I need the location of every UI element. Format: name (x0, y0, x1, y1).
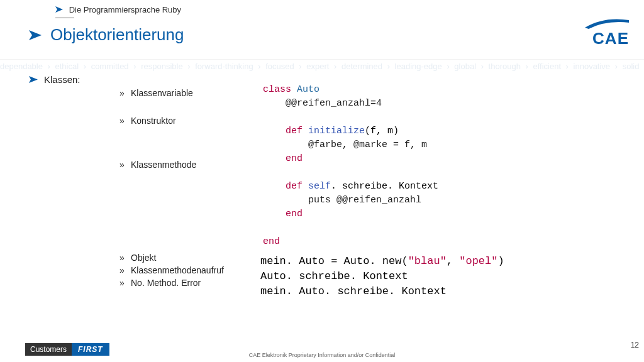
page-number: 12 (631, 341, 639, 349)
breadcrumb: Die Programmiersprache Ruby (55, 5, 181, 14)
sub-bullet-list-1: Klassenvariable Konstruktor Klassenmetho… (119, 88, 196, 177)
sub-bullet-list-2: Objekt Klassenmethodenaufruf No. Method.… (119, 253, 224, 290)
svg-marker-1 (29, 30, 42, 40)
sub-bullet-klassenmethode: Klassenmethode (119, 160, 196, 170)
customers-first-badge: Customers FIRST (25, 343, 109, 356)
chevron-right-icon (29, 76, 38, 83)
logo-text: CAE (592, 29, 629, 48)
svg-marker-0 (55, 6, 63, 13)
chevron-right-icon (55, 6, 63, 13)
sub-bullet-klassenvariable: Klassenvariable (119, 88, 196, 98)
svg-marker-2 (29, 76, 38, 83)
bullet-label: Klassen: (44, 74, 80, 85)
chevron-right-icon (29, 30, 42, 40)
bullet-klassen: Klassen: (29, 74, 80, 85)
code-block-class-definition: class Auto @@reifen_anzahl=4 def initial… (259, 80, 442, 251)
breadcrumb-label: Die Programmiersprache Ruby (69, 5, 181, 14)
cf-customers-label: Customers (25, 343, 72, 356)
cf-first-label: FIRST (72, 343, 109, 356)
slide-header: Die Programmiersprache Ruby Objektorient… (0, 0, 644, 60)
code-block-usage: mein. Auto = Auto. new("blau", "opel") A… (259, 253, 511, 300)
cae-logo: CAE (585, 19, 629, 48)
breadcrumb-underline (55, 18, 74, 18)
sub-bullet-klassenmethodenaufruf: Klassenmethodenaufruf (119, 265, 224, 275)
slide-title-row: Objektorientierung (29, 25, 184, 45)
sub-bullet-konstruktor: Konstruktor (119, 116, 196, 126)
sub-bullet-nomethoderror: No. Method. Error (119, 278, 224, 288)
sub-bullet-objekt: Objekt (119, 253, 224, 263)
page-title: Objektorientierung (50, 25, 184, 45)
